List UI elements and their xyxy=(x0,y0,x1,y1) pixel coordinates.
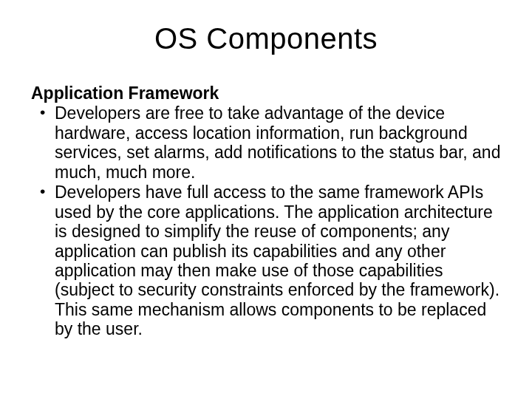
section-heading: Application Framework xyxy=(31,83,501,103)
bullet-item: Developers have full access to the same … xyxy=(31,183,501,339)
slide-content: Application Framework Developers are fre… xyxy=(31,83,501,339)
bullet-list: Developers are free to take advantage of… xyxy=(31,103,501,338)
bullet-item: Developers are free to take advantage of… xyxy=(31,103,501,182)
slide-title: OS Components xyxy=(31,22,501,55)
